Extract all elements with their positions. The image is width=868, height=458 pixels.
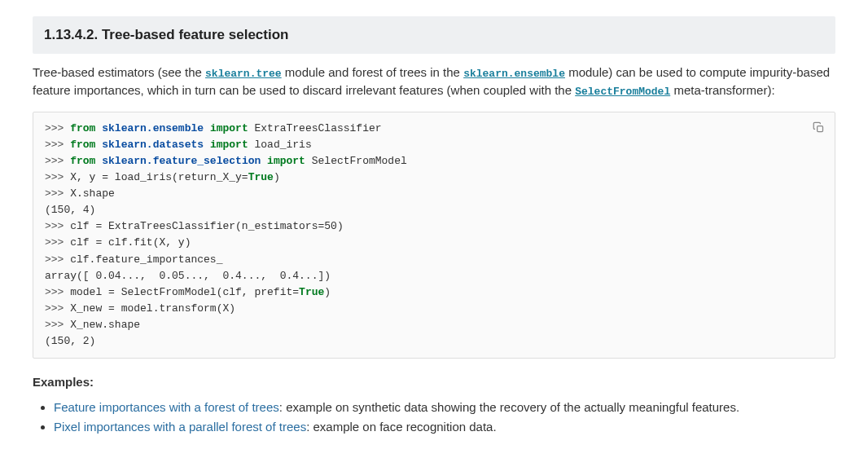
- copy-icon: [813, 121, 825, 136]
- api-link-sklearn-ensemble[interactable]: sklearn.ensemble: [463, 68, 565, 80]
- api-link-selectfrommodel[interactable]: SelectFromModel: [575, 86, 670, 98]
- code-block: >>> from sklearn.ensemble import ExtraTr…: [33, 112, 835, 359]
- example-desc: : example on synthetic data showing the …: [279, 400, 739, 414]
- intro-paragraph: Tree-based estimators (see the sklearn.t…: [33, 64, 835, 100]
- intro-text: module and forest of trees in the: [282, 65, 463, 79]
- section-heading: 1.13.4.2. Tree-based feature selection: [33, 16, 835, 54]
- example-link-forest-trees[interactable]: Feature importances with a forest of tre…: [54, 400, 279, 414]
- examples-label: Examples:: [33, 373, 835, 392]
- intro-text: meta-transformer):: [670, 83, 774, 97]
- example-desc: : example on face recognition data.: [306, 420, 496, 434]
- copy-button[interactable]: [809, 119, 828, 139]
- code-content: >>> from sklearn.ensemble import ExtraTr…: [45, 121, 823, 350]
- svg-rect-0: [817, 126, 822, 131]
- api-link-sklearn-tree[interactable]: sklearn.tree: [205, 68, 282, 80]
- intro-text: Tree-based estimators (see the: [33, 65, 205, 79]
- list-item: Pixel importances with a parallel forest…: [54, 418, 835, 437]
- example-link-pixel-importances[interactable]: Pixel importances with a parallel forest…: [54, 420, 306, 434]
- list-item: Feature importances with a forest of tre…: [54, 399, 835, 417]
- examples-list: Feature importances with a forest of tre…: [33, 399, 835, 437]
